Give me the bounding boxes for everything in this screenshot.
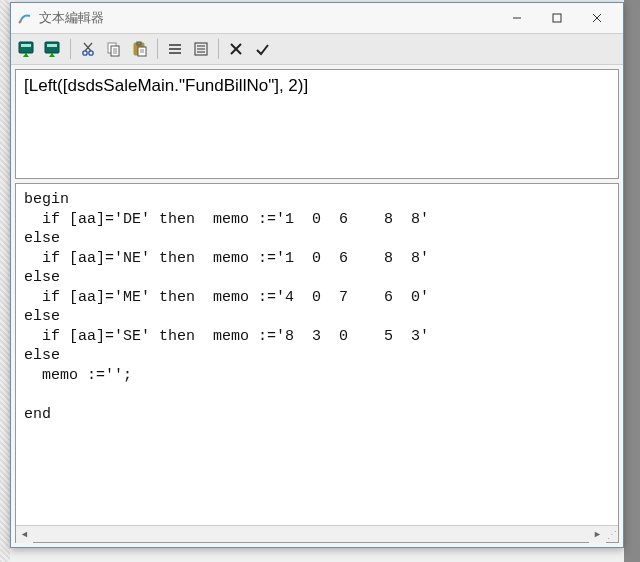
svg-line-10 [84,43,91,51]
maximize-button[interactable] [537,4,577,32]
scroll-left-arrow[interactable]: ◄ [16,526,33,543]
titlebar[interactable]: 文本編輯器 [11,3,623,33]
window-controls [497,4,617,32]
background-right [624,0,640,562]
svg-rect-7 [47,44,57,47]
svg-rect-6 [45,42,59,53]
app-icon [17,10,33,26]
background-left [0,0,10,562]
insert-expression-button[interactable] [15,37,39,61]
text-editor-window: 文本編輯器 [10,2,624,548]
expression-input[interactable]: [Left([dsdsSaleMain."FundBillNo"], 2)] [15,69,619,179]
toolbar-separator [70,39,71,59]
toolbar [11,33,623,65]
copy-button[interactable] [102,37,126,61]
svg-rect-18 [137,42,141,45]
word-wrap-button[interactable] [163,37,187,61]
horizontal-scrollbar[interactable]: ◄ ► ⋰ [16,525,618,542]
paste-button[interactable] [128,37,152,61]
svg-rect-1 [553,14,561,22]
cut-button[interactable] [76,37,100,61]
close-button[interactable] [577,4,617,32]
window-title: 文本編輯器 [39,9,497,27]
content-area: [Left([dsdsSaleMain."FundBillNo"], 2)] b… [11,65,623,547]
svg-point-8 [83,51,87,55]
cancel-button[interactable] [224,37,248,61]
resize-grip[interactable]: ⋰ [606,529,618,540]
script-editor[interactable]: begin if [aa]='DE' then memo :='1 0 6 8 … [16,184,618,525]
svg-rect-4 [19,42,33,53]
svg-line-11 [85,43,92,51]
ok-button[interactable] [250,37,274,61]
scroll-right-arrow[interactable]: ► [589,526,606,543]
minimize-button[interactable] [497,4,537,32]
toolbar-separator [218,39,219,59]
svg-point-9 [89,51,93,55]
format-button[interactable] [189,37,213,61]
toolbar-separator [157,39,158,59]
insert-aggregate-button[interactable] [41,37,65,61]
svg-rect-5 [21,44,31,47]
script-container: begin if [aa]='DE' then memo :='1 0 6 8 … [15,183,619,543]
